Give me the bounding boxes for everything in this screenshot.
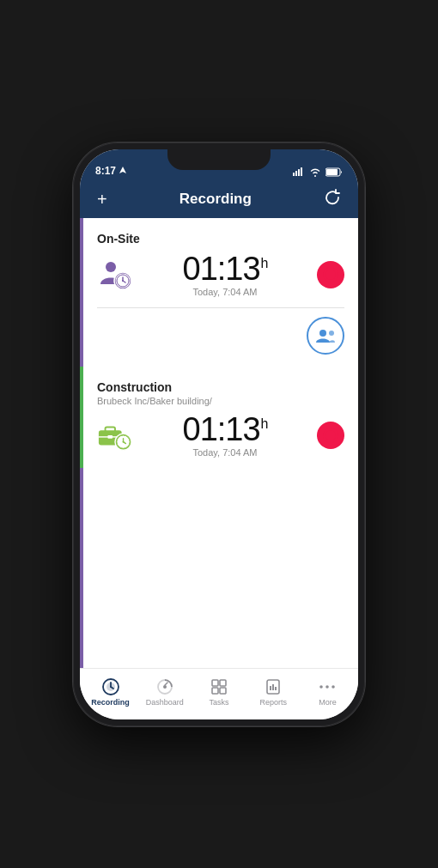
svg-rect-38 [275,687,277,690]
refresh-button[interactable] [320,185,344,212]
svg-point-15 [329,331,334,336]
time-display: 8:17 [95,165,116,177]
onsite-timer-value: 01:13h [183,252,268,285]
svg-point-13 [122,280,124,282]
construction-sublabel: Brubeck Inc/Baker building/ [97,396,344,406]
tab-tasks[interactable]: Tasks [192,674,246,710]
content-area: On-Site [80,218,358,668]
svg-rect-34 [220,688,226,694]
svg-rect-31 [212,680,218,686]
recording-tab-icon [101,677,120,696]
construction-record-button[interactable] [317,422,344,449]
status-time: 8:17 [95,165,126,177]
onsite-timer-display: 01:13h Today, 7:04 AM [133,252,317,297]
construction-timer-display: 01:13h Today, 7:04 AM [133,413,317,458]
team-button[interactable] [307,317,344,355]
svg-rect-37 [272,684,274,690]
briefcase-clock-svg [97,418,133,452]
onsite-section: On-Site [80,218,358,307]
reports-tab-icon [264,677,283,696]
onsite-timer-row: 01:13h Today, 7:04 AM [97,252,344,297]
tab-tasks-label: Tasks [210,698,229,707]
onsite-label: On-Site [97,232,344,246]
onsite-record-button[interactable] [317,261,344,288]
team-icon [315,327,336,344]
tab-more[interactable]: More [301,674,355,710]
svg-point-40 [326,685,330,689]
svg-rect-1 [295,171,297,176]
svg-rect-0 [293,173,295,176]
tab-recording-label: Recording [91,698,130,707]
construction-section: Construction Brubeck Inc/Baker building/ [80,367,358,468]
svg-point-6 [106,262,116,272]
svg-point-41 [332,685,336,689]
svg-point-14 [319,330,326,337]
svg-rect-36 [270,686,271,690]
tab-reports[interactable]: Reports [246,674,301,710]
person-time-icon [97,257,133,293]
construction-timer-sub: Today, 7:04 AM [192,447,257,458]
notch [167,149,271,170]
briefcase-time-icon [97,417,133,453]
svg-line-30 [165,683,167,685]
status-icons [293,167,343,177]
construction-timer-value: 01:13h [183,413,268,446]
tab-reports-label: Reports [259,698,287,707]
tab-bar: Recording Dashboard [80,668,358,719]
svg-point-24 [123,440,125,442]
battery-icon [325,167,343,177]
phone-screen: 8:17 [80,149,358,719]
svg-point-39 [320,685,324,689]
signal-icon [293,167,305,176]
dashboard-tab-icon [155,677,174,696]
wifi-icon [309,167,321,177]
header-title: Recording [179,191,252,208]
tasks-tab-icon [210,677,228,696]
onsite-timer-sub: Today, 7:04 AM [192,287,257,297]
svg-rect-17 [106,427,115,432]
svg-rect-19 [107,435,113,439]
add-button[interactable]: + [94,187,111,211]
svg-rect-2 [298,169,300,176]
svg-rect-3 [301,167,302,176]
tab-more-label: More [319,698,337,707]
construction-timer-row: 01:13h Today, 7:04 AM [97,413,344,458]
team-icon-row [80,308,358,363]
person-clock-svg [97,258,133,291]
record-indicator [325,270,336,280]
more-tab-icon [318,677,337,696]
bottom-spacer [80,468,358,502]
app-header: + Recording [80,180,358,218]
location-arrow-icon [119,167,126,175]
svg-rect-5 [326,169,338,175]
refresh-icon [324,189,341,206]
construction-label: Construction [97,380,344,394]
tab-dashboard-label: Dashboard [146,698,184,707]
svg-rect-32 [220,680,226,686]
svg-rect-33 [212,688,218,694]
tab-dashboard[interactable]: Dashboard [137,674,192,710]
green-side-bar [80,367,83,468]
construction-record-indicator [325,430,336,440]
tab-recording[interactable]: Recording [83,674,137,710]
phone-frame: 8:17 [73,143,365,726]
